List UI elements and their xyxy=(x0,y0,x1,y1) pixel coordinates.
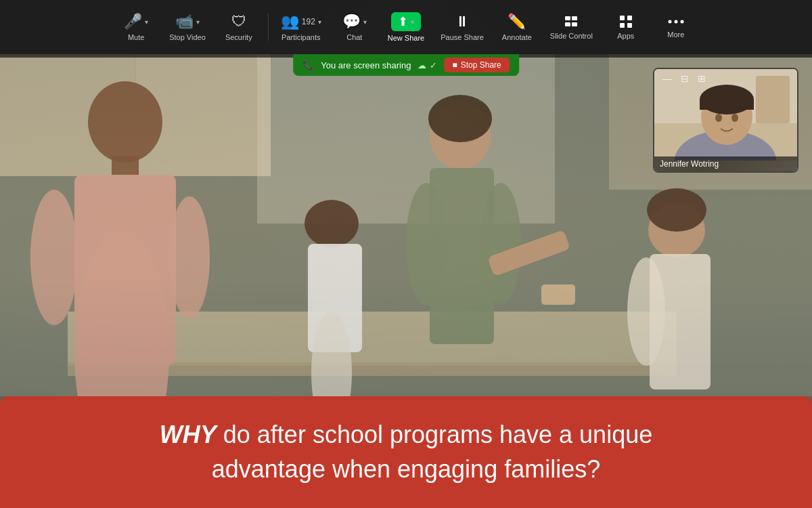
mute-label: Mute xyxy=(128,33,144,41)
video-icon: 📹 xyxy=(175,13,194,30)
svg-rect-37 xyxy=(700,100,754,110)
svg-point-48 xyxy=(668,20,671,24)
mute-icon-area: 🎤 ▾ xyxy=(124,13,148,30)
pause-share-button[interactable]: ⏸ Pause Share xyxy=(434,9,491,45)
svg-point-14 xyxy=(30,190,78,325)
share-up-icon: ⬆ xyxy=(398,14,408,29)
bottom-banner: WHY do after school programs have a uniq… xyxy=(0,396,812,508)
participants-icon-area: 👥 192 ▾ xyxy=(281,13,321,30)
svg-rect-43 xyxy=(572,22,577,26)
svg-rect-33 xyxy=(756,76,790,123)
participant-thumbnail: — ⊟ ⊞ Jennifer Wotring xyxy=(653,68,798,173)
separator-1 xyxy=(268,14,269,41)
stop-video-button[interactable]: 📹 ▾ Stop Video xyxy=(162,9,212,45)
svg-point-50 xyxy=(680,20,683,24)
svg-point-20 xyxy=(428,95,492,142)
shield-icon: 🛡 xyxy=(231,13,246,30)
svg-rect-47 xyxy=(627,23,632,28)
new-share-chevron: ▾ xyxy=(411,18,414,26)
new-share-label: New Share xyxy=(388,34,424,42)
apps-button[interactable]: Apps xyxy=(602,10,650,44)
svg-point-27 xyxy=(647,188,706,232)
stop-video-label: Stop Video xyxy=(169,33,206,41)
participant-name: Jennifer Wotring xyxy=(654,156,797,171)
more-icon-area xyxy=(667,16,685,28)
slide-control-icon xyxy=(564,14,579,29)
stop-icon: ■ xyxy=(452,60,457,70)
slide-control-button[interactable]: Slide Control xyxy=(543,10,600,44)
chat-button[interactable]: 💬 ▾ Chat xyxy=(331,9,378,45)
stop-share-label: Stop Share xyxy=(461,60,501,70)
svg-point-11 xyxy=(88,81,162,163)
svg-rect-25 xyxy=(541,284,575,305)
svg-rect-44 xyxy=(620,16,625,20)
svg-point-15 xyxy=(169,196,210,318)
chat-icon: 💬 xyxy=(342,13,361,30)
sharing-phone-icon: 📞 xyxy=(302,60,314,70)
mute-icon: 🎤 xyxy=(124,13,142,30)
mute-chevron: ▾ xyxy=(145,18,148,26)
participants-count: 192 xyxy=(302,17,315,26)
video-chevron: ▾ xyxy=(196,18,200,26)
new-share-button[interactable]: ⬆ ▾ New Share xyxy=(381,8,431,46)
svg-rect-42 xyxy=(565,22,570,26)
svg-rect-40 xyxy=(565,16,570,20)
stop-video-icon-area: 📹 ▾ xyxy=(175,13,200,30)
chat-icon-area: 💬 ▾ xyxy=(342,13,367,30)
banner-line-2: advantage when engaging families? xyxy=(212,452,600,486)
apps-label: Apps xyxy=(617,32,634,40)
svg-point-29 xyxy=(627,257,665,366)
security-button[interactable]: 🛡 Security xyxy=(215,9,263,45)
annotate-icon-area: ✏️ xyxy=(508,13,526,30)
security-label: Security xyxy=(225,33,252,41)
cloud-icon: ☁ xyxy=(418,60,426,70)
participants-chevron: ▾ xyxy=(318,18,321,26)
sharing-text: You are screen sharing xyxy=(321,60,411,70)
participants-label: Participants xyxy=(281,33,320,41)
security-icon-area: 🛡 xyxy=(231,13,246,30)
annotate-label: Annotate xyxy=(502,33,532,41)
minimize-icon[interactable]: — xyxy=(660,73,675,84)
sharing-status-icons: ☁ ✓ xyxy=(418,60,437,70)
svg-point-16 xyxy=(304,200,359,247)
participants-icon: 👥 xyxy=(281,13,299,30)
banner-line-1: WHY do after school programs have a uniq… xyxy=(160,418,652,452)
stop-share-button[interactable]: ■ Stop Share xyxy=(444,58,509,72)
new-share-icon-area: ⬆ ▾ xyxy=(391,12,421,31)
svg-rect-12 xyxy=(112,156,139,176)
mute-button[interactable]: 🎤 ▾ Mute xyxy=(112,9,160,45)
pause-icon: ⏸ xyxy=(455,13,470,30)
grid2-icon[interactable]: ⊞ xyxy=(695,73,708,84)
slide-control-icon-area xyxy=(564,14,579,29)
chat-label: Chat xyxy=(346,33,362,41)
participants-button[interactable]: 👥 192 ▾ Participants xyxy=(274,9,328,45)
more-label: More xyxy=(667,30,684,39)
check-icon: ✓ xyxy=(430,60,437,70)
pencil-icon: ✏️ xyxy=(508,13,526,30)
slide-control-label: Slide Control xyxy=(550,32,593,40)
pause-share-icon-area: ⏸ xyxy=(455,13,470,30)
more-button[interactable]: More xyxy=(652,12,700,43)
share-notification-bar: 📞 You are screen sharing ☁ ✓ ■ Stop Shar… xyxy=(293,54,519,76)
svg-point-39 xyxy=(731,114,738,122)
svg-point-49 xyxy=(674,20,677,24)
svg-point-23 xyxy=(480,183,521,305)
svg-rect-45 xyxy=(627,16,632,20)
svg-rect-46 xyxy=(620,23,625,28)
more-icon xyxy=(667,16,685,28)
toolbar: 🎤 ▾ Mute 📹 ▾ Stop Video 🛡 Security 👥 192… xyxy=(0,0,812,54)
svg-point-22 xyxy=(406,183,447,305)
grid-icon[interactable]: ⊟ xyxy=(678,73,692,84)
chat-chevron: ▾ xyxy=(363,18,367,26)
svg-rect-13 xyxy=(74,175,176,364)
apps-icon xyxy=(618,14,633,29)
svg-point-38 xyxy=(715,114,722,122)
pause-share-label: Pause Share xyxy=(441,33,484,41)
annotate-button[interactable]: ✏️ Annotate xyxy=(493,9,541,45)
thumbnail-controls: — ⊟ ⊞ xyxy=(660,73,708,84)
apps-icon-area xyxy=(618,14,633,29)
svg-rect-41 xyxy=(572,16,577,20)
